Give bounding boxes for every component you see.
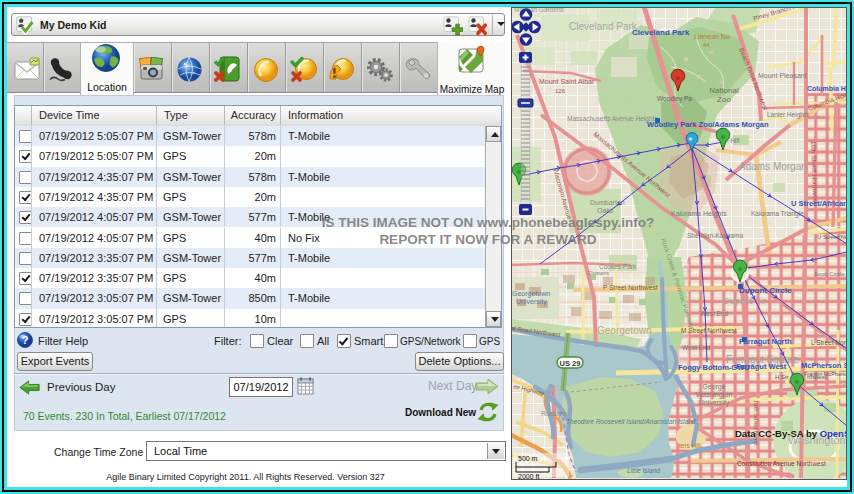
svg-text:University: University xyxy=(699,399,730,407)
svg-text:Georgetown: Georgetown xyxy=(512,290,550,298)
svg-text:Cookes Park: Cookes Park xyxy=(599,263,637,270)
svg-text:Georgetown: Georgetown xyxy=(597,325,651,336)
svg-text:Little Island: Little Island xyxy=(627,467,660,474)
svg-text:George: George xyxy=(702,383,725,391)
svg-text:126: 126 xyxy=(555,88,566,94)
svg-text:Constitution Avenue Northwest: Constitution Avenue Northwest xyxy=(737,460,826,467)
svg-text:Mount Saint Albar: Mount Saint Albar xyxy=(539,78,595,85)
svg-text:Lanier Heights: Lanier Heights xyxy=(767,111,810,119)
svg-text:Adams Morgan: Adams Morgan xyxy=(739,161,807,172)
svg-text:Dumbarton: Dumbarton xyxy=(590,199,625,206)
svg-text:Rosslyn: Rosslyn xyxy=(541,410,566,418)
svg-text:Cleveland Park: Cleveland Park xyxy=(632,28,690,37)
svg-text:Dupont Circle: Dupont Circle xyxy=(739,286,792,295)
svg-text:Theodore Roosevelt Island/Anac: Theodore Roosevelt Island/Anacostan Isla… xyxy=(566,418,696,425)
svg-text:Zoo: Zoo xyxy=(717,95,731,104)
svg-text:Data CC-By-SA by OpenStree: Data CC-By-SA by OpenStree xyxy=(735,428,847,439)
svg-text:Mount Pleasant: Mount Pleasant xyxy=(758,72,807,79)
svg-text:West End: West End xyxy=(700,310,728,317)
svg-text:Scott Circle: Scott Circle xyxy=(814,271,845,277)
svg-text:Linnean No: Linnean No xyxy=(694,33,730,40)
svg-text:Washington: Washington xyxy=(696,391,733,399)
svg-text:44: 44 xyxy=(703,42,710,48)
svg-text:Farragut West: Farragut West xyxy=(736,362,787,371)
svg-text:National: National xyxy=(709,86,739,95)
svg-text:M Street Northwest: M Street Northwest xyxy=(681,327,737,334)
svg-text:500 m: 500 m xyxy=(518,455,538,462)
svg-text:Oaks: Oaks xyxy=(597,207,614,214)
svg-text:U Street/African-Am: U Street/African-Am xyxy=(791,199,847,208)
svg-text:Massachusetts Avenue Heights: Massachusetts Avenue Heights xyxy=(567,115,658,123)
svg-text:Dupont Cir: Dupont Cir xyxy=(723,296,766,306)
svg-text:Closters: Closters xyxy=(587,270,609,276)
svg-text:H Str: H Str xyxy=(775,374,789,380)
svg-text:?: ? xyxy=(22,334,29,346)
svg-text:rthwest: rthwest xyxy=(807,374,827,380)
svg-text:2000 ft: 2000 ft xyxy=(518,473,539,480)
svg-text:US 29: US 29 xyxy=(560,359,581,368)
svg-text:ters Hill: ters Hill xyxy=(679,442,701,449)
svg-text:Cleveland Park: Cleveland Park xyxy=(569,21,638,32)
svg-text:P Street Northwest: P Street Northwest xyxy=(603,284,658,291)
svg-text:Woodley Park Zoo/Adams Morgan: Woodley Park Zoo/Adams Morgan xyxy=(647,120,769,129)
svg-text:Woodley Pa: Woodley Pa xyxy=(657,95,692,103)
svg-text:McPherson Sq: McPherson Sq xyxy=(801,361,847,370)
svg-text:University: University xyxy=(516,298,547,306)
